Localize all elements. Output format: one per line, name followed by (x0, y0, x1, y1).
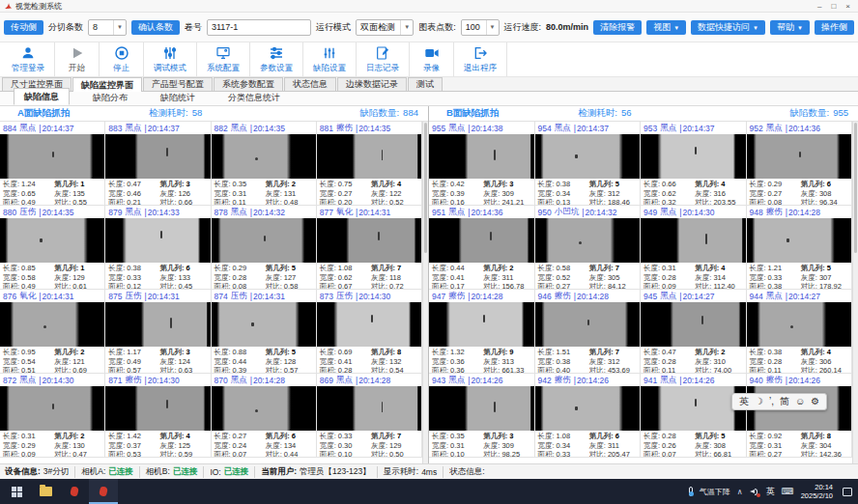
video-record-button[interactable]: 录像 (410, 42, 454, 76)
cell-field-value: 0.34 (557, 441, 571, 450)
drive-side-button[interactable]: 传动侧 (4, 20, 43, 35)
defect-cell[interactable]: 877氧化20:14:31长度:1.08宽度:0.62面积:0.67米数:0.3… (317, 206, 422, 290)
ime-settings-gear-icon[interactable]: ⚙ (811, 397, 819, 406)
ime-language-indicator[interactable]: 英 (766, 486, 775, 498)
defect-cell[interactable]: 950小凹坑20:14:32长度:0.58宽度:0.52面积:0.27米数:0.… (535, 206, 642, 290)
ime-fullhalf-icon[interactable]: ☽ (755, 397, 763, 406)
volume-icon[interactable] (750, 488, 759, 496)
defect-cell[interactable]: 947擦伤20:14:28长度:1.32宽度:0.36面积:0.36米数:0.3… (429, 290, 535, 374)
defect-cell[interactable]: 945黑点20:14:27长度:0.47宽度:0.28面积:0.11米数:0.3… (641, 290, 747, 374)
cell-field-value: 0.31 (768, 441, 783, 450)
defect-cell[interactable]: 872黑点20:14:30长度:0.31宽度:0.29面积:0.09米数:0.3… (0, 374, 105, 458)
ime-punct-icon[interactable]: ’, (769, 397, 774, 406)
start-button[interactable] (2, 479, 31, 504)
thermometer-icon[interactable] (689, 487, 693, 496)
running-app-button[interactable] (89, 479, 118, 504)
subtab-defect-info[interactable]: 缺陷信息 (14, 88, 70, 105)
app-shortcut-button[interactable] (60, 479, 89, 504)
roll-number-input[interactable] (207, 19, 311, 36)
cell-field-value: 4 (721, 264, 725, 272)
defect-cell[interactable]: 884黑点20:14:37长度:1.24宽度:0.65面积:0.49米数:0.3… (0, 122, 105, 206)
defect-thumbnail (747, 134, 852, 179)
cell-field-label: 灰度: (483, 441, 500, 450)
taskbar-clock[interactable]: 20:142025/2/10 (801, 483, 833, 501)
chart-points-select[interactable]: 100▼ (461, 19, 500, 36)
panel-b-scrollbar[interactable] (852, 122, 858, 463)
file-explorer-button[interactable] (31, 479, 60, 504)
cell-field-value: 0.85 (21, 264, 36, 272)
cell-field-value: 134 (284, 441, 297, 450)
panel-a-grid: 884黑点20:14:37长度:1.24宽度:0.65面积:0.49米数:0.3… (0, 122, 428, 463)
defect-id: 883 (108, 124, 122, 133)
defect-cell[interactable]: 882黑点20:14:35长度:0.35宽度:0.31面积:0.11米数:0.3… (212, 122, 317, 206)
defect-cell[interactable]: 948擦伤20:14:28长度:1.21宽度:0.33面积:0.38米数:0.3… (747, 206, 853, 290)
tab-defect-monitor[interactable]: 缺陷监控界面 (72, 77, 142, 92)
admin-login-button[interactable]: 管理登录 (2, 42, 55, 76)
defect-cell[interactable]: 873压伤20:14:30长度:0.69宽度:0.41面积:0.28米数:0.3… (317, 290, 422, 374)
defect-cell[interactable]: 955黑点20:14:38长度:0.42宽度:0.39面积:0.16米数:0.3… (429, 122, 535, 206)
weather-text[interactable]: 气温下降 (700, 487, 730, 497)
tab-test[interactable]: 测试 (408, 77, 443, 91)
defect-cell[interactable]: 880压伤20:14:35长度:0.85宽度:0.58面积:0.49米数:0.3… (0, 206, 105, 290)
subtab-defect-statistics[interactable]: 缺陷统计 (151, 90, 205, 105)
defect-cell[interactable]: 949黑点20:14:30长度:0.31宽度:0.28面积:0.09米数:0.3… (641, 206, 747, 290)
confirm-count-button[interactable]: 确认条数 (131, 20, 180, 35)
tab-product-model-config[interactable]: 产品型号配置 (143, 77, 213, 91)
defect-cell[interactable]: 952黑点20:14:36长度:0.29宽度:0.27面积:0.08米数:0.3… (747, 122, 853, 206)
defect-thumbnail (0, 218, 104, 263)
tab-system-param-config[interactable]: 系统参数配置 (214, 77, 283, 91)
ime-simplified-toggle[interactable]: 简 (780, 397, 789, 406)
slit-count-select[interactable]: 8▼ (88, 19, 127, 36)
defect-cell[interactable]: 879黑点20:14:33长度:0.38宽度:0.33面积:0.12米数:0.3… (105, 206, 211, 290)
defect-cell[interactable]: 874压伤20:14:31长度:0.88宽度:0.44面积:0.39米数:0.3… (212, 290, 317, 374)
cell-field-value: 0.30 (338, 441, 353, 450)
debug-mode-button[interactable]: 调试模式 (144, 42, 197, 76)
defect-cell[interactable]: 870黑点20:14:28长度:0.27宽度:0.24面积:0.07米数:0.3… (212, 374, 317, 458)
defect-cell[interactable]: 944黑点20:14:27长度:0.38宽度:0.28面积:0.11米数:0.3… (747, 290, 853, 374)
start-button[interactable]: 开始 (55, 42, 100, 76)
defect-cell[interactable]: 876氧化20:14:31长度:0.95宽度:0.54面积:0.51米数:0.3… (0, 290, 105, 374)
stop-button[interactable]: 停止 (100, 42, 144, 76)
minimize-button[interactable]: – (817, 2, 821, 11)
defect-cell[interactable]: 871擦伤20:14:30长度:1.42宽度:0.37面积:0.53米数:0.3… (105, 374, 211, 458)
defect-details: 长度:0.66宽度:0.62面积:0.32米数:0.37第几列:4灰度:316对… (641, 179, 746, 206)
defect-cell[interactable]: 869黑点20:14:28长度:0.33宽度:0.30面积:0.10米数:0.3… (317, 374, 422, 458)
defect-cell[interactable]: 943黑点20:14:26长度:0.35宽度:0.31面积:0.10米数:0.3… (429, 374, 535, 458)
quick-access-menu-button[interactable]: 数据快捷访问▼ (691, 20, 765, 35)
log-record-button[interactable]: 日志记录 (357, 42, 410, 76)
cell-field-value: 309 (501, 441, 514, 450)
subtab-classification-statistics[interactable]: 分类信息统计 (218, 90, 290, 105)
tab-status-info[interactable]: 状态信息 (284, 77, 336, 91)
panel-a-scrollbar[interactable] (422, 122, 428, 463)
clear-alarm-button[interactable]: 清除报警 (593, 20, 642, 35)
ime-lang-toggle[interactable]: 英 (739, 397, 749, 406)
defect-cell-header: 876氧化20:14:31 (0, 290, 104, 302)
defect-settings-button[interactable]: 缺陷设置 (303, 42, 357, 76)
defect-cell[interactable]: 953黑点20:14:37长度:0.66宽度:0.62面积:0.32米数:0.3… (641, 122, 747, 206)
defect-cell[interactable]: 940擦伤20:14:26长度:0.92宽度:0.31面积:0.27米数:0.3… (747, 374, 853, 458)
defect-cell[interactable]: 951黑点20:14:36长度:0.44宽度:0.41面积:0.17米数:0.3… (429, 206, 535, 290)
operator-side-button[interactable]: 操作侧 (815, 20, 854, 35)
tab-edge-data-record[interactable]: 边缘数据记录 (337, 77, 407, 91)
system-config-button[interactable]: 系统配置 (197, 42, 250, 76)
defect-cell[interactable]: 875压伤20:14:31长度:1.17宽度:0.49面积:0.57米数:0.3… (105, 290, 211, 374)
keyboard-icon[interactable]: ⌨ (782, 487, 794, 496)
run-mode-select[interactable]: 双面检测▼ (356, 19, 414, 36)
exit-program-button[interactable]: 退出程序 (454, 42, 507, 76)
hidden-icons-chevron[interactable]: ∧ (737, 488, 743, 496)
defect-cell[interactable]: 881擦伤20:14:35长度:0.75宽度:0.27面积:0.20米数:0.3… (317, 122, 422, 206)
param-settings-button[interactable]: 参数设置 (250, 42, 303, 76)
subtab-defect-distribution[interactable]: 缺陷分布 (83, 90, 137, 105)
help-menu-button[interactable]: 帮助▼ (770, 20, 810, 35)
notification-center-icon[interactable] (843, 488, 852, 496)
close-button[interactable]: × (845, 2, 850, 11)
defect-cell[interactable]: 883黑点20:14:37长度:0.47宽度:0.46面积:0.21米数:0.3… (105, 122, 211, 206)
defect-cell[interactable]: 946擦伤20:14:28长度:1.51宽度:0.38面积:0.40米数:0.3… (535, 290, 642, 374)
defect-cell[interactable]: 941黑点20:14:26长度:0.28宽度:0.26面积:0.07米数:0.3… (641, 374, 747, 458)
defect-cell[interactable]: 878黑点20:14:32长度:0.29宽度:0.28面积:0.08米数:0.3… (212, 206, 317, 290)
defect-cell[interactable]: 942擦伤20:14:26长度:1.08宽度:0.34面积:0.33米数:0.3… (535, 374, 642, 458)
defect-cell[interactable]: 954黑点20:14:37长度:0.38宽度:0.34面积:0.13米数:0.3… (535, 122, 642, 206)
view-menu-button[interactable]: 视图▼ (646, 20, 686, 35)
maximize-button[interactable]: □ (831, 2, 836, 11)
ime-emoji-icon[interactable]: ☺ (795, 397, 805, 406)
